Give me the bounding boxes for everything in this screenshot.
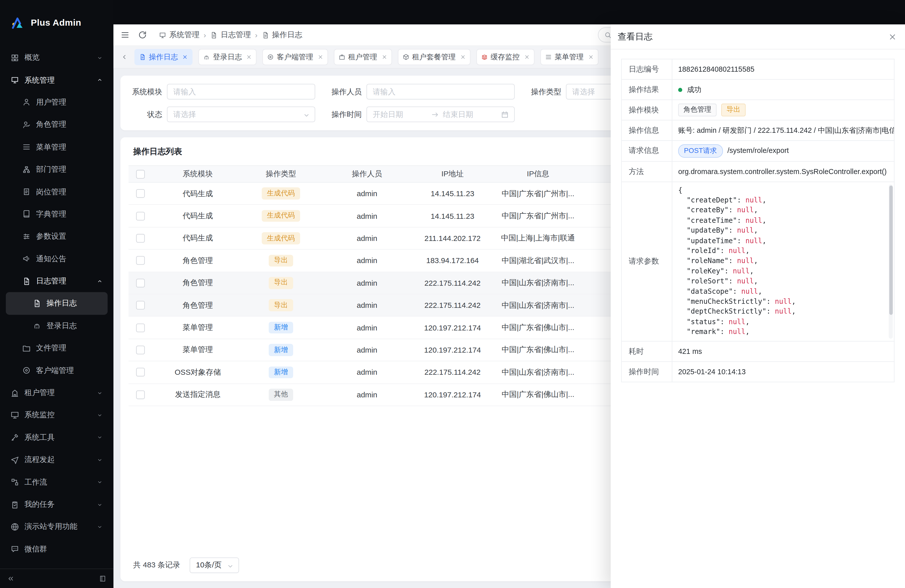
tab-close-icon[interactable] <box>381 54 387 60</box>
client-icon <box>267 54 274 60</box>
breadcrumb-item[interactable]: 操作日志 <box>262 30 302 40</box>
json-null: null <box>737 277 754 285</box>
sidebar-item[interactable]: 概览 <box>6 46 108 69</box>
sidebar-item[interactable]: 操作日志 <box>6 292 108 315</box>
json-null: null <box>733 267 749 275</box>
tab-item[interactable]: 登录日志 <box>198 49 256 65</box>
collapse-sidebar-button[interactable] <box>7 575 14 582</box>
tab-close-icon[interactable] <box>588 54 594 60</box>
sidebar-item[interactable]: 参数设置 <box>6 225 108 248</box>
sidebar-item[interactable]: 工作流 <box>6 471 108 493</box>
row-checkbox[interactable] <box>136 211 144 220</box>
redis-icon <box>481 54 488 60</box>
tabs-scroll-left-button[interactable] <box>121 53 129 61</box>
sidebar-item[interactable]: 演示站专用功能 <box>6 516 108 538</box>
tab-item[interactable]: 菜单管理 <box>540 49 598 65</box>
tab-item[interactable]: 缓存监控 <box>476 49 534 65</box>
sidebar-item[interactable]: 系统管理 <box>6 69 108 91</box>
code-scrollbar-thumb[interactable] <box>889 185 892 315</box>
demo-icon <box>11 522 19 531</box>
sidebar-item[interactable]: 登录日志 <box>6 315 108 337</box>
logo[interactable]: Plus Admin <box>0 0 113 45</box>
tab-item[interactable]: 客户端管理 <box>262 49 327 65</box>
row-checkbox[interactable] <box>136 234 144 243</box>
tab-item[interactable]: 租户管理 <box>333 49 392 65</box>
row-checkbox[interactable] <box>136 323 144 332</box>
tab-close-icon[interactable] <box>524 54 529 60</box>
logo-icon <box>11 15 25 30</box>
log-icon <box>22 277 31 286</box>
sidebar-item[interactable]: 客户端管理 <box>6 359 108 382</box>
refresh-icon <box>138 30 147 40</box>
json-null: null <box>775 297 792 305</box>
chevron-up-icon <box>97 278 103 284</box>
json-key: "roleKey" <box>686 267 724 275</box>
page-size-select[interactable]: 10条/页 <box>189 557 239 573</box>
drawer-close-button[interactable] <box>888 32 897 41</box>
detail-row: 操作时间2025-01-24 10:14:13 <box>622 362 894 382</box>
row-checkbox-cell <box>129 211 152 220</box>
cell-operator: admin <box>318 234 416 243</box>
json-key: "updateBy" <box>686 227 729 235</box>
code-scrollbar[interactable] <box>889 184 893 338</box>
json-null: null <box>745 237 762 245</box>
cell-ip-info: 中国|山东省|济南市|... <box>489 300 587 311</box>
sidebar-item[interactable]: 部门管理 <box>6 158 108 181</box>
tab-close-icon[interactable] <box>317 54 323 60</box>
role-icon <box>22 121 31 129</box>
notice-icon <box>22 254 31 263</box>
tab-item[interactable]: 租户套餐管理 <box>397 49 470 65</box>
detail-row: 操作结果成功 <box>622 80 894 100</box>
breadcrumb-item[interactable]: 系统管理 <box>159 30 200 40</box>
sidebar-item[interactable]: 流程发起 <box>6 449 108 471</box>
row-checkbox[interactable] <box>136 390 144 399</box>
sidebar-item[interactable]: 字典管理 <box>6 203 108 225</box>
sidebar-item[interactable]: 我的任务 <box>6 493 108 516</box>
sidebar-item[interactable]: 用户管理 <box>6 91 108 114</box>
refresh-button[interactable] <box>138 30 147 40</box>
code-line: "createBy": null, <box>678 206 888 216</box>
tab-label: 操作日志 <box>149 52 178 62</box>
code-line: "status": null, <box>678 317 888 327</box>
cell-operator: admin <box>318 256 416 265</box>
filter-time-range-input[interactable]: 开始日期 结束日期 <box>367 106 515 122</box>
sidebar-item[interactable]: 系统工具 <box>6 426 108 449</box>
select-all-checkbox[interactable] <box>136 170 144 178</box>
filter-status-select[interactable]: 请选择 <box>167 106 315 122</box>
operation-type-badge: 生成代码 <box>262 210 300 222</box>
cell-ip: 120.197.212.174 <box>416 323 489 332</box>
sidebar-item[interactable]: 菜单管理 <box>6 136 108 158</box>
sidebar-item[interactable]: 日志管理 <box>6 270 108 292</box>
filter-type-placeholder: 请选择 <box>572 86 595 97</box>
json-key: "dataScope" <box>686 287 733 295</box>
pin-sidebar-button[interactable] <box>99 575 106 582</box>
filter-operator-input[interactable]: 请输入 <box>367 84 515 99</box>
sidebar-item[interactable]: 租户管理 <box>6 381 108 404</box>
filter-module-input[interactable]: 请输入 <box>167 84 315 99</box>
row-checkbox[interactable] <box>136 256 144 265</box>
breadcrumb-item[interactable]: 日志管理 <box>210 30 251 40</box>
code-line: "updateTime": null, <box>678 236 888 246</box>
tab-active[interactable]: 操作日志 <box>134 49 192 65</box>
row-checkbox[interactable] <box>136 189 144 198</box>
request-url: /system/role/export <box>727 147 789 155</box>
cell-operator: admin <box>318 301 416 310</box>
sidebar-item[interactable]: 微信群 <box>6 538 108 560</box>
menu-toggle-button[interactable] <box>121 30 130 40</box>
tab-close-icon[interactable] <box>182 54 188 60</box>
sidebar-item-label: 操作日志 <box>46 298 77 309</box>
detail-value: org.dromara.system.controller.system.Sys… <box>672 162 894 181</box>
column-header: 系统模块 <box>152 169 244 179</box>
row-checkbox[interactable] <box>136 346 144 354</box>
sidebar-item[interactable]: 岗位管理 <box>6 181 108 203</box>
row-checkbox[interactable] <box>136 279 144 288</box>
row-checkbox[interactable] <box>136 301 144 310</box>
tab-close-icon[interactable] <box>460 54 465 60</box>
row-checkbox[interactable] <box>136 368 144 377</box>
sidebar-item[interactable]: 角色管理 <box>6 114 108 136</box>
sidebar-item[interactable]: 通知公告 <box>6 248 108 270</box>
tab-close-icon[interactable] <box>246 54 252 60</box>
sidebar-item[interactable]: 文件管理 <box>6 337 108 359</box>
sidebar-item[interactable]: 系统监控 <box>6 404 108 426</box>
cell-module: 代码生成 <box>152 211 244 221</box>
